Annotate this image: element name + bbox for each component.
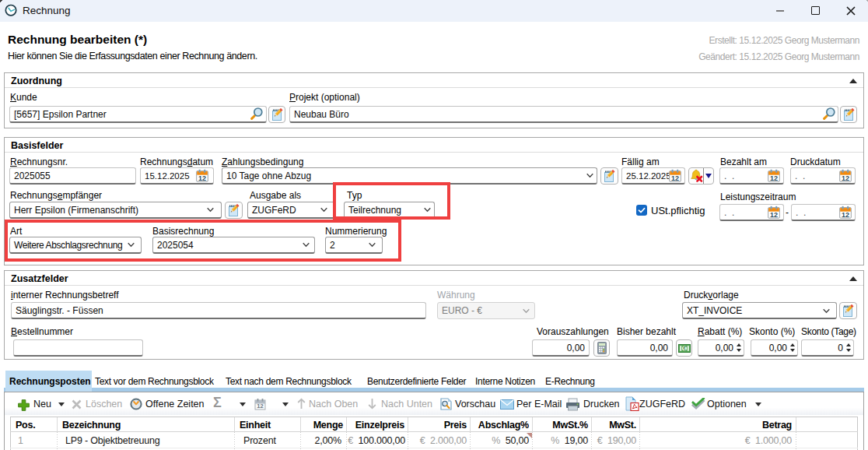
svg-text:12: 12	[770, 211, 778, 219]
svg-text:12: 12	[257, 403, 263, 410]
svg-text:12: 12	[770, 174, 778, 182]
svg-text:12: 12	[198, 174, 206, 182]
svg-text:12: 12	[671, 174, 679, 182]
svg-text:12: 12	[842, 174, 849, 182]
svg-text:12: 12	[842, 211, 849, 219]
svg-text:€: €	[683, 346, 686, 351]
